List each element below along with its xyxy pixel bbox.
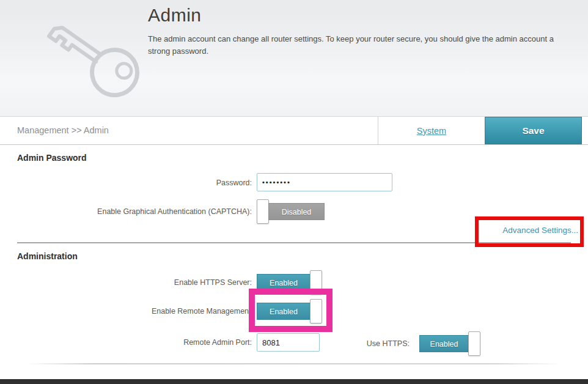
window-bottom-edge xyxy=(0,379,588,384)
toolbar: Management >> Admin System Save xyxy=(0,116,588,145)
remote-admin-port-input[interactable] xyxy=(257,333,320,352)
https-server-label: Enable HTTPS Server: xyxy=(17,278,252,287)
https-server-toggle[interactable]: Enabled xyxy=(257,274,311,291)
page-title: Admin xyxy=(148,5,202,26)
advanced-settings-link[interactable]: Advanced Settings... xyxy=(502,226,578,235)
system-cell: System xyxy=(378,117,485,144)
section-divider xyxy=(17,242,571,243)
bottom-divider xyxy=(28,363,560,364)
administration-heading: Administration xyxy=(17,251,78,261)
password-label: Password: xyxy=(17,179,252,188)
remote-management-label: Enable Remote Management: xyxy=(17,307,253,316)
remote-admin-port-label: Remote Admin Port: xyxy=(17,338,252,347)
captcha-toggle[interactable]: Disabled xyxy=(268,203,325,220)
router-admin-page: Admin The admin account can change all r… xyxy=(0,0,588,384)
use-https-label: Use HTTPS: xyxy=(330,339,410,349)
captcha-toggle-knob[interactable] xyxy=(257,199,269,224)
page-description: The admin account can change all router … xyxy=(148,33,559,57)
use-https-toggle-knob[interactable] xyxy=(468,331,480,356)
breadcrumb: Management >> Admin xyxy=(17,117,109,144)
password-input[interactable] xyxy=(257,173,392,191)
use-https-toggle[interactable]: Enabled xyxy=(419,335,469,352)
system-link[interactable]: System xyxy=(417,126,446,136)
key-icon xyxy=(42,10,149,109)
remote-management-toggle[interactable]: Enabled xyxy=(257,303,311,320)
admin-password-heading: Admin Password xyxy=(17,153,87,163)
page-header: Admin The admin account can change all r… xyxy=(0,0,588,116)
remote-management-toggle-knob[interactable] xyxy=(310,299,322,323)
save-button[interactable]: Save xyxy=(485,117,582,144)
captcha-label: Enable Graphical Authentication (CAPTCHA… xyxy=(17,207,252,216)
https-server-toggle-knob[interactable] xyxy=(310,270,322,295)
